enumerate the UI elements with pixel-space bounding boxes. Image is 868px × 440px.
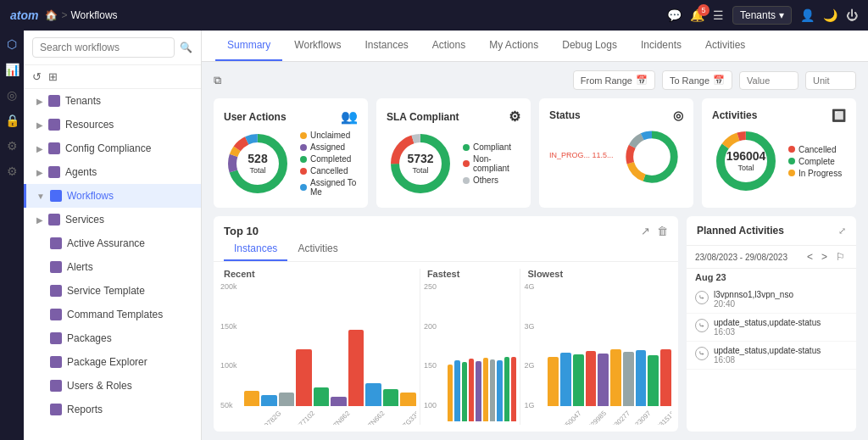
bar[interactable] <box>623 352 634 406</box>
tab-actions[interactable]: Actions <box>420 31 477 61</box>
bar[interactable] <box>400 393 415 406</box>
dashboard-icon[interactable]: ⬡ <box>7 37 17 51</box>
package-explorer-icon <box>50 356 62 368</box>
user-actions-title: User Actions 👥 <box>224 109 358 125</box>
menu-icon[interactable]: ☰ <box>713 8 724 22</box>
refresh-icon[interactable]: ↺ <box>32 70 42 83</box>
bar[interactable] <box>636 350 647 406</box>
next-btn[interactable]: > <box>819 251 830 263</box>
filter-planned-icon[interactable]: ⚐ <box>833 251 848 263</box>
bar[interactable] <box>365 383 381 406</box>
tab-summary[interactable]: Summary <box>215 31 282 61</box>
filter-icon[interactable]: ⧉ <box>214 74 221 87</box>
trend-icon[interactable]: ↗ <box>641 225 650 237</box>
bar[interactable] <box>548 357 559 407</box>
prev-btn[interactable]: < <box>804 251 815 263</box>
top10-panel: Top 10 ↗ 🗑 Instances Activities Recen <box>214 216 678 432</box>
value-input[interactable] <box>739 71 798 90</box>
sidebar-item-service-template[interactable]: Service Template <box>24 279 201 303</box>
bar[interactable] <box>383 389 398 406</box>
bar[interactable] <box>511 357 516 421</box>
bar[interactable] <box>331 397 346 406</box>
dark-mode-icon[interactable]: 🌙 <box>823 8 837 22</box>
power-icon[interactable]: ⏻ <box>846 8 858 22</box>
sidebar-item-resources[interactable]: ▶ Resources <box>24 113 201 136</box>
user-actions-total: 528 Total <box>248 152 267 175</box>
sidebar-item-agents[interactable]: ▶ Agents <box>24 160 201 184</box>
settings-icon[interactable]: ⚙ <box>7 164 18 178</box>
chart-icon[interactable]: 📊 <box>5 63 19 76</box>
bar[interactable] <box>448 365 453 422</box>
status-icon: ◎ <box>673 109 683 122</box>
sidebar-label-package-explorer: Package Explorer <box>67 356 191 368</box>
gear-icon[interactable]: ⚙ <box>7 139 18 153</box>
bar[interactable] <box>296 349 311 407</box>
to-range-input[interactable]: To Range 📅 <box>662 70 732 90</box>
bar[interactable] <box>476 361 481 421</box>
bar[interactable] <box>483 358 488 421</box>
command-templates-icon <box>50 309 62 320</box>
grid-icon[interactable]: ⊞ <box>48 70 58 83</box>
bar[interactable] <box>560 353 571 406</box>
bar[interactable] <box>314 387 329 407</box>
bar[interactable] <box>610 349 621 406</box>
planned-nav-buttons: < > ⚐ <box>804 251 848 263</box>
sidebar-item-services[interactable]: ▶ Services <box>24 208 201 231</box>
bar[interactable] <box>660 349 671 407</box>
tab-workflows[interactable]: Workflows <box>282 31 353 61</box>
tab-my-actions[interactable]: My Actions <box>477 31 550 61</box>
sidebar-item-alerts[interactable]: Alerts <box>24 255 201 279</box>
tab-debug-logs[interactable]: Debug Logs <box>550 31 629 61</box>
chat-icon[interactable]: 💬 <box>667 8 682 22</box>
sidebar-label-service-template: Service Template <box>67 285 191 297</box>
home-icon[interactable]: 🏠 <box>45 9 58 21</box>
user-actions-legend: Unclaimed Assigned Completed Cancelled A… <box>300 131 358 197</box>
sidebar-label-workflows: Workflows <box>67 190 191 202</box>
expand-arrow-agents: ▶ <box>36 168 43 177</box>
sidebar-item-packages[interactable]: Packages <box>24 326 201 350</box>
bar[interactable] <box>244 391 259 406</box>
services-icon <box>48 214 60 226</box>
tab-instances[interactable]: Instances <box>353 31 420 61</box>
bar[interactable] <box>648 355 659 406</box>
sidebar-item-config[interactable]: ▶ Config Compliance <box>24 136 201 160</box>
bar[interactable] <box>490 359 495 421</box>
bar[interactable] <box>279 393 294 406</box>
search-input[interactable] <box>32 37 175 58</box>
circle-icon[interactable]: ◎ <box>7 88 17 102</box>
tab-incidents[interactable]: Incidents <box>629 31 693 61</box>
bar[interactable] <box>497 360 502 421</box>
sidebar-item-users-roles[interactable]: Users & Roles <box>24 374 201 398</box>
sidebar-item-command-templates[interactable]: Command Templates <box>24 303 201 326</box>
sidebar-item-active-assurance[interactable]: Active Assurance <box>24 231 201 255</box>
bar[interactable] <box>504 357 509 422</box>
top10-tab-instances[interactable]: Instances <box>224 237 287 261</box>
notifications-icon[interactable]: 🔔 5 <box>690 8 704 22</box>
bar[interactable] <box>261 395 276 407</box>
search-icon[interactable]: 🔍 <box>180 42 192 53</box>
breadcrumb: 🏠 > Workflows <box>45 9 117 21</box>
unit-input[interactable] <box>805 71 856 90</box>
bar[interactable] <box>462 362 467 421</box>
user-actions-body: 528 Total Unclaimed Assigned Completed C… <box>224 130 358 198</box>
bar[interactable] <box>586 351 597 406</box>
sidebar-item-workflows[interactable]: ▼ Workflows <box>24 184 201 208</box>
user-icon[interactable]: 👤 <box>800 8 815 22</box>
top10-tab-activities[interactable]: Activities <box>287 237 348 261</box>
bar[interactable] <box>469 359 474 421</box>
from-range-input[interactable]: From Range 📅 <box>573 70 655 90</box>
lock-icon[interactable]: 🔒 <box>5 114 19 127</box>
tenants-icon <box>48 95 60 107</box>
bar[interactable] <box>573 354 584 406</box>
sidebar-item-reports[interactable]: Reports <box>24 398 201 421</box>
tab-activities[interactable]: Activities <box>693 31 757 61</box>
trash-icon[interactable]: 🗑 <box>657 225 668 237</box>
sidebar-item-package-explorer[interactable]: Package Explorer <box>24 350 201 374</box>
bar[interactable] <box>348 330 364 406</box>
tenant-selector[interactable]: Tenants ▾ <box>732 6 792 25</box>
expand-icon[interactable]: ⤢ <box>838 226 846 237</box>
sidebar-item-tenants[interactable]: ▶ Tenants <box>24 89 201 113</box>
bar[interactable] <box>454 360 459 421</box>
bar[interactable] <box>598 354 609 406</box>
users-roles-icon <box>50 380 62 392</box>
